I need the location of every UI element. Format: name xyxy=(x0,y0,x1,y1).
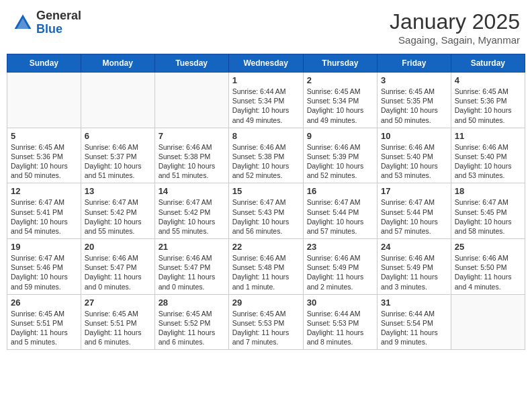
day-info: Sunrise: 6:45 AM Sunset: 5:34 PM Dayligh… xyxy=(307,87,373,125)
calendar-cell xyxy=(81,73,154,128)
day-info: Sunrise: 6:45 AM Sunset: 5:36 PM Dayligh… xyxy=(11,142,77,181)
day-info: Sunrise: 6:46 AM Sunset: 5:40 PM Dayligh… xyxy=(381,142,447,181)
day-info: Sunrise: 6:44 AM Sunset: 5:53 PM Dayligh… xyxy=(307,309,373,347)
calendar-cell: 6Sunrise: 6:46 AM Sunset: 5:37 PM Daylig… xyxy=(81,128,154,183)
logo-blue: Blue xyxy=(36,22,62,36)
day-info: Sunrise: 6:47 AM Sunset: 5:46 PM Dayligh… xyxy=(11,253,77,291)
calendar-cell: 30Sunrise: 6:44 AM Sunset: 5:53 PM Dayli… xyxy=(303,294,377,350)
day-info: Sunrise: 6:45 AM Sunset: 5:51 PM Dayligh… xyxy=(85,309,151,347)
calendar-week-row: 5Sunrise: 6:45 AM Sunset: 5:36 PM Daylig… xyxy=(7,128,525,183)
day-number: 4 xyxy=(455,75,521,85)
calendar-cell: 28Sunrise: 6:45 AM Sunset: 5:52 PM Dayli… xyxy=(154,294,228,350)
day-header-monday: Monday xyxy=(81,54,154,73)
day-info: Sunrise: 6:46 AM Sunset: 5:37 PM Dayligh… xyxy=(85,142,151,181)
day-header-tuesday: Tuesday xyxy=(154,54,228,73)
calendar-week-row: 12Sunrise: 6:47 AM Sunset: 5:41 PM Dayli… xyxy=(7,183,525,239)
day-number: 31 xyxy=(381,298,447,308)
day-info: Sunrise: 6:46 AM Sunset: 5:38 PM Dayligh… xyxy=(232,142,300,181)
day-number: 1 xyxy=(232,75,300,85)
day-info: Sunrise: 6:47 AM Sunset: 5:41 PM Dayligh… xyxy=(11,197,77,236)
day-number: 22 xyxy=(232,242,300,252)
day-info: Sunrise: 6:46 AM Sunset: 5:39 PM Dayligh… xyxy=(307,142,373,181)
day-number: 6 xyxy=(85,131,151,141)
calendar-cell: 8Sunrise: 6:46 AM Sunset: 5:38 PM Daylig… xyxy=(228,128,303,183)
day-info: Sunrise: 6:45 AM Sunset: 5:35 PM Dayligh… xyxy=(381,87,447,125)
calendar-cell: 31Sunrise: 6:44 AM Sunset: 5:54 PM Dayli… xyxy=(378,294,451,350)
day-number: 7 xyxy=(159,131,225,141)
calendar-cell: 16Sunrise: 6:47 AM Sunset: 5:44 PM Dayli… xyxy=(303,183,377,239)
calendar-week-row: 1Sunrise: 6:44 AM Sunset: 5:34 PM Daylig… xyxy=(7,73,525,128)
day-number: 5 xyxy=(11,131,77,141)
day-number: 30 xyxy=(307,298,373,308)
calendar-cell: 23Sunrise: 6:46 AM Sunset: 5:49 PM Dayli… xyxy=(303,239,377,295)
calendar-cell: 12Sunrise: 6:47 AM Sunset: 5:41 PM Dayli… xyxy=(7,183,81,239)
day-header-friday: Friday xyxy=(378,54,451,73)
calendar-cell: 19Sunrise: 6:47 AM Sunset: 5:46 PM Dayli… xyxy=(7,239,81,295)
calendar-cell: 9Sunrise: 6:46 AM Sunset: 5:39 PM Daylig… xyxy=(303,128,377,183)
day-info: Sunrise: 6:45 AM Sunset: 5:51 PM Dayligh… xyxy=(11,309,77,347)
day-info: Sunrise: 6:46 AM Sunset: 5:49 PM Dayligh… xyxy=(307,253,373,291)
day-number: 18 xyxy=(455,186,521,196)
logo-general: General xyxy=(36,9,81,22)
logo: General Blue xyxy=(12,9,81,36)
day-info: Sunrise: 6:46 AM Sunset: 5:47 PM Dayligh… xyxy=(85,253,151,291)
calendar-cell: 3Sunrise: 6:45 AM Sunset: 5:35 PM Daylig… xyxy=(378,73,451,128)
logo-icon xyxy=(12,12,34,34)
day-number: 16 xyxy=(307,186,373,196)
day-number: 12 xyxy=(11,186,77,196)
calendar-cell: 15Sunrise: 6:47 AM Sunset: 5:43 PM Dayli… xyxy=(228,183,303,239)
day-info: Sunrise: 6:45 AM Sunset: 5:52 PM Dayligh… xyxy=(159,309,225,347)
day-info: Sunrise: 6:46 AM Sunset: 5:49 PM Dayligh… xyxy=(381,253,447,291)
day-number: 15 xyxy=(232,186,300,196)
day-number: 24 xyxy=(381,242,447,252)
calendar-cell: 29Sunrise: 6:45 AM Sunset: 5:53 PM Dayli… xyxy=(228,294,303,350)
calendar-cell: 7Sunrise: 6:46 AM Sunset: 5:38 PM Daylig… xyxy=(154,128,228,183)
day-info: Sunrise: 6:47 AM Sunset: 5:44 PM Dayligh… xyxy=(307,197,373,236)
day-info: Sunrise: 6:47 AM Sunset: 5:43 PM Dayligh… xyxy=(232,197,300,236)
day-number: 11 xyxy=(455,131,521,141)
day-number: 19 xyxy=(11,242,77,252)
calendar-cell: 4Sunrise: 6:45 AM Sunset: 5:36 PM Daylig… xyxy=(451,73,525,128)
page-header: General Blue January 2025 Sagaing, Sagai… xyxy=(7,7,525,48)
day-info: Sunrise: 6:47 AM Sunset: 5:45 PM Dayligh… xyxy=(455,197,521,236)
day-number: 2 xyxy=(307,75,373,85)
day-number: 10 xyxy=(381,131,447,141)
calendar-cell: 10Sunrise: 6:46 AM Sunset: 5:40 PM Dayli… xyxy=(378,128,451,183)
day-header-wednesday: Wednesday xyxy=(228,54,303,73)
location-subtitle: Sagaing, Sagain, Myanmar xyxy=(390,34,520,46)
day-number: 8 xyxy=(232,131,300,141)
day-info: Sunrise: 6:47 AM Sunset: 5:44 PM Dayligh… xyxy=(381,197,447,236)
day-info: Sunrise: 6:45 AM Sunset: 5:53 PM Dayligh… xyxy=(232,309,300,347)
calendar-cell: 5Sunrise: 6:45 AM Sunset: 5:36 PM Daylig… xyxy=(7,128,81,183)
day-header-sunday: Sunday xyxy=(7,54,81,73)
day-info: Sunrise: 6:45 AM Sunset: 5:36 PM Dayligh… xyxy=(455,87,521,125)
day-info: Sunrise: 6:46 AM Sunset: 5:50 PM Dayligh… xyxy=(455,253,521,291)
day-header-saturday: Saturday xyxy=(451,54,525,73)
month-title: January 2025 xyxy=(390,9,520,34)
title-block: January 2025 Sagaing, Sagain, Myanmar xyxy=(390,9,520,46)
calendar-week-row: 19Sunrise: 6:47 AM Sunset: 5:46 PM Dayli… xyxy=(7,239,525,295)
day-number: 23 xyxy=(307,242,373,252)
calendar-cell: 24Sunrise: 6:46 AM Sunset: 5:49 PM Dayli… xyxy=(378,239,451,295)
calendar-cell xyxy=(7,73,81,128)
day-info: Sunrise: 6:46 AM Sunset: 5:38 PM Dayligh… xyxy=(159,142,225,181)
calendar-cell xyxy=(154,73,228,128)
calendar-cell: 20Sunrise: 6:46 AM Sunset: 5:47 PM Dayli… xyxy=(81,239,154,295)
day-number: 13 xyxy=(85,186,151,196)
calendar-cell: 26Sunrise: 6:45 AM Sunset: 5:51 PM Dayli… xyxy=(7,294,81,350)
day-number: 20 xyxy=(85,242,151,252)
day-number: 14 xyxy=(159,186,225,196)
day-info: Sunrise: 6:47 AM Sunset: 5:42 PM Dayligh… xyxy=(85,197,151,236)
day-number: 9 xyxy=(307,131,373,141)
day-info: Sunrise: 6:44 AM Sunset: 5:34 PM Dayligh… xyxy=(232,87,300,125)
day-number: 28 xyxy=(159,298,225,308)
calendar-header-row: SundayMondayTuesdayWednesdayThursdayFrid… xyxy=(7,54,525,73)
calendar-cell: 11Sunrise: 6:46 AM Sunset: 5:40 PM Dayli… xyxy=(451,128,525,183)
calendar-week-row: 26Sunrise: 6:45 AM Sunset: 5:51 PM Dayli… xyxy=(7,294,525,350)
calendar-cell: 13Sunrise: 6:47 AM Sunset: 5:42 PM Dayli… xyxy=(81,183,154,239)
day-info: Sunrise: 6:46 AM Sunset: 5:48 PM Dayligh… xyxy=(232,253,300,291)
day-number: 26 xyxy=(11,298,77,308)
day-number: 27 xyxy=(85,298,151,308)
day-header-thursday: Thursday xyxy=(303,54,377,73)
day-number: 17 xyxy=(381,186,447,196)
